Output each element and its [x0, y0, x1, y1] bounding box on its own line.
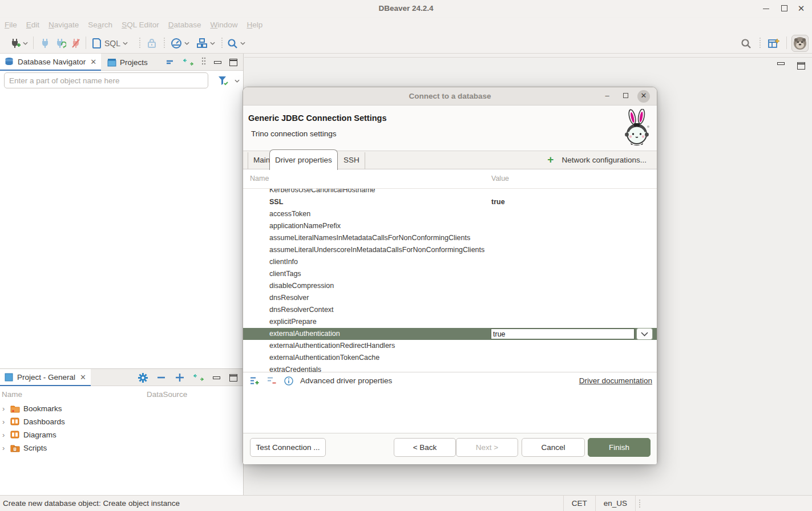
close-icon[interactable]: ✕: [80, 373, 86, 382]
chevron-down-icon[interactable]: [210, 42, 215, 45]
panel-minimize-icon[interactable]: [214, 61, 221, 64]
editor-minimize-icon[interactable]: [777, 62, 785, 65]
test-connection-button[interactable]: Test Connection ...: [250, 438, 326, 457]
property-row[interactable]: SSLtrue: [243, 196, 657, 208]
expand-chevron-icon[interactable]: ›: [2, 417, 10, 426]
chevron-down-icon[interactable]: [235, 79, 240, 83]
collapse-all-icon[interactable]: [166, 59, 175, 65]
status-message: Create new database object: Create objec…: [3, 499, 180, 508]
quick-search-button[interactable]: [741, 36, 752, 50]
column-header-value[interactable]: Value: [491, 175, 509, 182]
property-row[interactable]: clientInfo: [243, 256, 657, 268]
finish-button[interactable]: Finish: [588, 438, 651, 457]
window-close-icon[interactable]: ✕: [796, 3, 806, 14]
property-row[interactable]: clientTags: [243, 268, 657, 280]
chevron-down-icon[interactable]: [23, 42, 28, 45]
property-row[interactable]: applicationNamePrefix: [243, 220, 657, 232]
property-row[interactable]: externalAuthenticationRedirectHandlers: [243, 340, 657, 352]
chevron-down-icon[interactable]: [184, 42, 189, 45]
window-minimize-icon[interactable]: [761, 3, 771, 14]
expand-chevron-icon[interactable]: ›: [2, 404, 10, 413]
filter-funnel-icon[interactable]: [217, 75, 229, 86]
dbeaver-window: DBeaver 24.2.4 ✕ FileEditNavigateSearchS…: [0, 0, 812, 511]
collapse-all-icon[interactable]: [157, 375, 166, 380]
property-row[interactable]: accessToken: [243, 208, 657, 220]
dialog-tab-ssh[interactable]: SSH: [338, 152, 365, 169]
chevron-down-icon[interactable]: [240, 42, 245, 45]
dialog-close-icon[interactable]: ✕: [637, 90, 650, 103]
gear-icon[interactable]: [138, 373, 148, 383]
driver-documentation-link[interactable]: Driver documentation: [579, 376, 652, 385]
user-avatar[interactable]: [791, 35, 809, 52]
menu-sql-editor[interactable]: SQL Editor: [122, 18, 159, 29]
object-filter-input[interactable]: [4, 72, 208, 88]
status-bar: Create new database object: Create objec…: [0, 495, 812, 511]
menu-edit[interactable]: Edit: [26, 18, 39, 29]
property-value-dropdown-button[interactable]: [636, 328, 653, 340]
gauge-icon: [171, 38, 182, 49]
tree-item-dashboards[interactable]: ›Dashboards: [0, 415, 243, 428]
lock-button[interactable]: [147, 36, 157, 50]
open-perspective-button[interactable]: [767, 36, 780, 50]
property-row[interactable]: extraCredentials: [243, 364, 657, 372]
timezone-indicator[interactable]: CET: [563, 496, 596, 511]
expand-all-icon[interactable]: [175, 373, 184, 382]
close-icon[interactable]: ✕: [90, 58, 96, 66]
tree-item-scripts[interactable]: ›Scripts: [0, 441, 243, 455]
property-row[interactable]: externalAuthentication: [243, 328, 657, 340]
menu-file[interactable]: File: [5, 18, 17, 29]
connect-button[interactable]: [40, 36, 50, 50]
property-row[interactable]: externalAuthenticationTokenCache: [243, 352, 657, 364]
view-menu-icon[interactable]: [201, 57, 206, 67]
column-header-name[interactable]: Name: [2, 390, 22, 399]
property-row[interactable]: assumeLiteralUnderscoreInMetadataCallsFo…: [243, 244, 657, 256]
property-value-input[interactable]: [491, 328, 635, 339]
expand-chevron-icon[interactable]: ›: [2, 431, 10, 439]
menu-help[interactable]: Help: [247, 18, 263, 29]
search-metadata-button[interactable]: [227, 36, 245, 50]
new-connection-button[interactable]: [9, 36, 28, 50]
property-row[interactable]: KerberosUseCanonicalHostname: [243, 189, 657, 196]
panel-maximize-icon[interactable]: [229, 374, 237, 382]
property-row[interactable]: assumeLiteralNamesInMetadataCallsForNonC…: [243, 232, 657, 244]
menu-navigate[interactable]: Navigate: [49, 18, 79, 29]
cancel-button[interactable]: Cancel: [522, 438, 585, 457]
next-button[interactable]: Next >: [456, 438, 518, 457]
remove-property-icon[interactable]: [267, 376, 277, 385]
tree-item-diagrams[interactable]: ›Diagrams: [0, 428, 243, 441]
column-header-datasource[interactable]: DataSource: [147, 390, 187, 399]
menu-window[interactable]: Window: [210, 18, 237, 29]
panel-maximize-icon[interactable]: [229, 59, 237, 66]
locale-indicator[interactable]: en_US: [596, 496, 636, 511]
editor-maximize-icon[interactable]: [797, 62, 805, 70]
chevron-down-icon[interactable]: [123, 42, 128, 45]
window-maximize-icon[interactable]: [779, 3, 789, 14]
expand-chevron-icon[interactable]: ›: [2, 444, 10, 452]
property-row[interactable]: dnsResolverContext: [243, 304, 657, 316]
network-configurations-button[interactable]: + Network configurations...: [547, 155, 647, 164]
column-header-name[interactable]: Name: [250, 175, 269, 182]
link-editor-icon[interactable]: [193, 374, 204, 381]
dialog-tab-driver-properties[interactable]: Driver properties: [269, 149, 338, 170]
disconnect-button[interactable]: [71, 36, 81, 50]
link-editor-icon[interactable]: [183, 59, 193, 66]
reconnect-button[interactable]: [55, 36, 66, 50]
sql-editor-button[interactable]: SQL: [91, 36, 128, 50]
property-row[interactable]: explicitPrepare: [243, 316, 657, 328]
transfer-button[interactable]: [196, 36, 215, 50]
property-row[interactable]: dnsResolver: [243, 292, 657, 304]
tab-database-navigator[interactable]: Database Navigator ✕: [0, 54, 101, 71]
menu-database[interactable]: Database: [168, 18, 201, 29]
property-table: KerberosUseCanonicalHostnameSSLtrueacces…: [243, 189, 657, 372]
dialog-minimize-icon[interactable]: –: [601, 90, 613, 103]
panel-minimize-icon[interactable]: [213, 376, 220, 379]
tab-projects[interactable]: Projects: [103, 54, 152, 71]
tree-item-bookmarks[interactable]: ›Bookmarks: [0, 402, 243, 415]
add-property-icon[interactable]: [250, 376, 260, 385]
menu-search[interactable]: Search: [88, 18, 112, 29]
dashboard-button[interactable]: [171, 36, 189, 50]
dialog-maximize-icon[interactable]: [619, 90, 632, 103]
back-button[interactable]: < Back: [394, 438, 456, 457]
tab-project-general[interactable]: Project - General ✕: [0, 369, 91, 386]
property-row[interactable]: disableCompression: [243, 280, 657, 292]
